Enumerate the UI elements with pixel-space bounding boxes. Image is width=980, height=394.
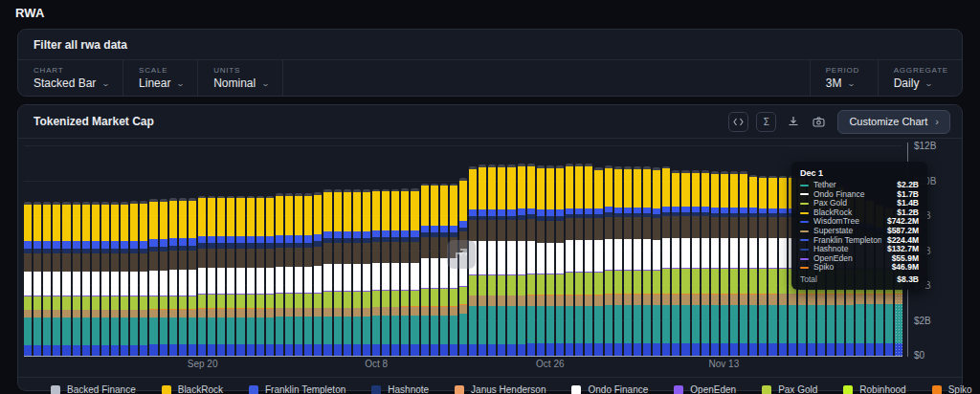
bar[interactable] — [121, 202, 128, 356]
bar[interactable] — [236, 196, 244, 356]
bar[interactable] — [692, 170, 700, 356]
customize-chart-button[interactable]: Customize Chart › — [837, 110, 950, 134]
bar[interactable] — [421, 184, 429, 356]
units-select[interactable]: UNITS Nominal⌄ — [198, 60, 283, 96]
legend-item[interactable]: Franklin Templeton — [249, 384, 345, 394]
bar[interactable] — [634, 166, 641, 356]
legend-item[interactable]: BlackRock — [162, 384, 223, 394]
bar[interactable] — [304, 193, 312, 356]
formula-icon[interactable]: Σ — [756, 112, 776, 132]
bar[interactable] — [662, 166, 670, 356]
bar[interactable] — [653, 167, 660, 356]
bar[interactable] — [556, 165, 564, 356]
bar[interactable] — [440, 184, 448, 356]
bar[interactable] — [82, 202, 90, 356]
bar[interactable] — [614, 166, 622, 356]
bar[interactable] — [111, 202, 119, 356]
bar[interactable] — [566, 164, 573, 356]
bar[interactable] — [711, 171, 719, 356]
bar[interactable] — [73, 202, 80, 356]
bar[interactable] — [285, 193, 293, 356]
legend-item[interactable]: Pax Gold — [762, 384, 817, 394]
bar[interactable] — [149, 199, 157, 356]
bar[interactable] — [43, 202, 51, 356]
bar[interactable] — [702, 170, 709, 356]
legend-item[interactable]: Backed Finance — [51, 384, 136, 394]
bar[interactable] — [247, 196, 255, 356]
bar[interactable] — [363, 189, 370, 356]
bar[interactable] — [498, 164, 505, 356]
bar[interactable] — [594, 167, 602, 356]
bar[interactable] — [479, 164, 486, 356]
bar[interactable] — [401, 188, 409, 356]
bar-segment-paxgold — [585, 273, 592, 296]
bar[interactable] — [518, 164, 525, 356]
bar[interactable] — [101, 202, 109, 356]
legend-item[interactable]: OpenEden — [674, 384, 736, 394]
bar[interactable] — [198, 196, 206, 356]
bar[interactable] — [585, 164, 592, 356]
bar[interactable] — [24, 202, 32, 356]
bar[interactable] — [546, 165, 554, 356]
bar-segment-superstate — [856, 295, 863, 305]
bar[interactable] — [382, 189, 390, 356]
bar[interactable] — [256, 196, 264, 356]
bar[interactable] — [62, 202, 70, 356]
bar[interactable] — [759, 176, 767, 356]
bar[interactable] — [334, 189, 342, 356]
bar[interactable] — [92, 202, 100, 356]
bar[interactable] — [624, 166, 632, 356]
bar[interactable] — [208, 196, 215, 356]
bar[interactable] — [179, 198, 187, 356]
bar[interactable] — [353, 189, 361, 356]
legend-item[interactable]: Ondo Finance — [571, 384, 648, 394]
bar[interactable] — [53, 202, 60, 356]
bar[interactable] — [507, 164, 515, 356]
bar[interactable] — [189, 198, 196, 356]
bar[interactable] — [227, 196, 234, 356]
bar[interactable] — [450, 184, 457, 356]
bar[interactable] — [314, 192, 322, 356]
camera-icon[interactable] — [810, 113, 828, 131]
legend-item[interactable]: Robinhood — [843, 384, 905, 394]
bar[interactable] — [33, 202, 41, 356]
bar[interactable] — [768, 176, 776, 356]
bar[interactable] — [169, 198, 177, 356]
legend-item[interactable]: Hashnote — [371, 384, 429, 394]
bar[interactable] — [217, 196, 225, 356]
scale-select[interactable]: SCALE Linear⌄ — [123, 60, 198, 96]
bar[interactable] — [130, 201, 138, 356]
bar[interactable] — [672, 170, 679, 356]
embed-icon[interactable] — [728, 112, 748, 132]
bar[interactable] — [391, 189, 399, 356]
aggregate-select[interactable]: AGGREGATE Daily⌄ — [878, 60, 962, 96]
bar[interactable] — [721, 171, 728, 356]
bar[interactable] — [681, 170, 689, 356]
bar[interactable] — [323, 189, 331, 356]
bar[interactable] — [779, 176, 787, 356]
bar[interactable] — [266, 196, 274, 356]
bar[interactable] — [575, 164, 583, 356]
bar[interactable] — [276, 193, 283, 356]
bar[interactable] — [730, 171, 738, 356]
chart-type-select[interactable]: CHART Stacked Bar⌄ — [18, 60, 123, 96]
bar[interactable] — [411, 188, 418, 356]
bar[interactable] — [488, 164, 496, 356]
bar[interactable] — [740, 171, 747, 356]
bar[interactable] — [643, 166, 651, 356]
bar[interactable] — [749, 175, 757, 356]
bar[interactable] — [527, 164, 535, 356]
bar-segment-superstate — [160, 310, 167, 317]
bar[interactable] — [160, 199, 167, 356]
period-select[interactable]: PERIOD 3M⌄ — [810, 60, 878, 96]
bar[interactable] — [537, 165, 545, 356]
bar[interactable] — [431, 184, 438, 356]
bar[interactable] — [605, 165, 612, 356]
bar[interactable] — [295, 193, 302, 356]
legend-item[interactable]: Janus Henderson — [455, 384, 546, 394]
bar[interactable] — [372, 189, 380, 356]
bar[interactable] — [140, 201, 147, 356]
download-icon[interactable] — [784, 113, 802, 131]
bar[interactable] — [344, 189, 351, 356]
legend-item[interactable]: Spiko — [932, 384, 972, 394]
